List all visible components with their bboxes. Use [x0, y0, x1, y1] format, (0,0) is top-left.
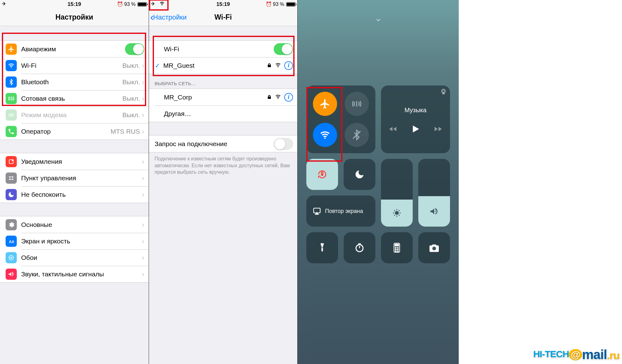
network-name: MR_Corp	[164, 94, 267, 101]
row-connected-network[interactable]: ✓ MR_Guest 🔒︎ i	[149, 57, 297, 74]
row-display[interactable]: AA Экран и яркость ›	[0, 233, 149, 249]
cc-wifi-button[interactable]	[313, 123, 337, 147]
cc-cellular-button[interactable]	[345, 92, 369, 116]
svg-point-14	[278, 98, 278, 99]
prev-track-icon[interactable]	[388, 125, 397, 135]
row-ask-to-join[interactable]: Запрос на подключение	[149, 136, 297, 152]
music-tile[interactable]: Музыка	[381, 85, 450, 153]
row-airplane[interactable]: Авиарежим	[0, 41, 149, 57]
page-title: Настройки	[55, 13, 93, 21]
back-button[interactable]: ‹Настройки	[150, 13, 187, 21]
row-wifi[interactable]: Wi-Fi Выкл. ›	[0, 57, 149, 74]
section-header: ВЫБРАТЬ СЕТЬ…	[149, 74, 297, 89]
chevron-right-icon: ›	[142, 61, 144, 70]
row-value: Выкл.	[122, 62, 140, 69]
orientation-lock-button[interactable]	[306, 159, 338, 190]
row-wifi-toggle[interactable]: Wi-Fi	[149, 41, 297, 57]
battery-icon	[137, 2, 147, 7]
watermark: HI-TECH@mail.ru	[533, 347, 620, 362]
row-other-network[interactable]: Другая…	[149, 105, 297, 122]
volume-slider[interactable]	[418, 159, 450, 227]
chevron-right-icon: ›	[142, 157, 144, 166]
timer-button[interactable]	[344, 232, 375, 263]
screen-mirroring-button[interactable]: Повтор экрана	[306, 196, 375, 227]
row-hotspot[interactable]: Режим модема Выкл. ›	[0, 107, 149, 123]
next-track-icon[interactable]	[434, 125, 443, 135]
row-label: Wi-Fi	[21, 62, 122, 69]
chevron-right-icon: ›	[142, 220, 144, 229]
play-icon[interactable]	[410, 124, 421, 136]
dnd-button[interactable]	[344, 159, 375, 190]
svg-rect-22	[322, 247, 323, 248]
svg-rect-7	[9, 178, 11, 180]
row-sounds[interactable]: Звуки, тактильные сигналы ›	[0, 266, 149, 282]
wifi-signal-icon	[275, 94, 281, 100]
phone-icon	[6, 126, 17, 137]
calculator-button[interactable]	[381, 232, 413, 263]
cc-bluetooth-button[interactable]	[345, 123, 369, 147]
info-icon[interactable]: i	[284, 61, 293, 70]
hotspot-icon	[6, 109, 17, 121]
row-label: Звуки, тактильные сигналы	[21, 270, 142, 278]
chevron-right-icon: ›	[142, 127, 144, 136]
camera-button[interactable]	[418, 232, 450, 263]
alarm-icon: ⏰	[266, 1, 272, 7]
row-dnd[interactable]: Не беспокоить ›	[0, 186, 149, 203]
row-value: Выкл.	[122, 111, 140, 119]
music-title: Музыка	[405, 107, 427, 114]
svg-point-32	[432, 247, 436, 250]
svg-rect-8	[12, 178, 13, 180]
row-cellular[interactable]: Сотовая связь Выкл. ›	[0, 90, 149, 107]
chevron-right-icon: ›	[142, 78, 144, 86]
nav-bar: Настройки	[0, 9, 149, 26]
chevron-right-icon: ›	[142, 237, 144, 246]
row-value: MTS RUS	[111, 128, 140, 135]
chevron-down-icon[interactable]: ⌄	[306, 12, 450, 23]
row-label: Оператор	[21, 128, 111, 135]
status-bar: ✈︎ 15:19 ⏰93 %	[0, 0, 149, 9]
svg-point-13	[278, 67, 278, 67]
row-label: Bluetooth	[21, 78, 122, 86]
page-title: Wi-Fi	[215, 13, 232, 21]
row-carrier[interactable]: Оператор MTS RUS ›	[0, 123, 149, 140]
status-bar: ✈︎ 15:19 ⏰93 %	[149, 0, 297, 9]
row-label: Обои	[21, 254, 142, 261]
row-wallpaper[interactable]: Обои ›	[0, 249, 149, 266]
notifications-icon	[6, 156, 17, 167]
cellular-icon	[6, 93, 17, 104]
row-label: Другая…	[164, 110, 297, 117]
svg-point-2	[11, 114, 13, 116]
chevron-right-icon: ›	[142, 174, 144, 182]
cc-airplane-button[interactable]	[313, 92, 337, 116]
mirror-label: Повтор экрана	[325, 208, 363, 214]
svg-point-27	[397, 247, 398, 248]
wifi-toggle[interactable]	[274, 43, 293, 55]
row-notifications[interactable]: Уведомления ›	[0, 153, 149, 170]
wifi-icon	[6, 60, 17, 71]
row-label: Экран и яркость	[21, 237, 142, 245]
row-value: Выкл.	[122, 78, 140, 86]
row-bluetooth[interactable]: Bluetooth Выкл. ›	[0, 74, 149, 90]
airplane-icon	[6, 44, 17, 55]
row-control-center[interactable]: Пункт управления ›	[0, 170, 149, 186]
chevron-right-icon: ›	[142, 111, 144, 119]
info-icon[interactable]: i	[284, 93, 293, 102]
wifi-screen: ✈︎ 15:19 ⏰93 % ‹Настройки Wi-Fi Wi-Fi ✓ …	[149, 0, 297, 364]
svg-point-29	[397, 249, 398, 250]
row-label: Уведомления	[21, 158, 142, 165]
battery-pct: 93 %	[124, 2, 136, 7]
chevron-right-icon: ›	[142, 190, 144, 199]
svg-rect-5	[9, 176, 11, 177]
svg-point-15	[324, 137, 326, 139]
airplane-toggle[interactable]	[125, 43, 144, 55]
screen-mirror-icon	[313, 207, 321, 215]
brightness-slider[interactable]	[381, 159, 413, 227]
flashlight-button[interactable]	[306, 232, 338, 263]
row-general[interactable]: Основные ›	[0, 216, 149, 233]
chevron-right-icon: ›	[142, 270, 144, 279]
row-network[interactable]: MR_Corp 🔒︎ i	[149, 89, 297, 105]
svg-point-26	[395, 247, 396, 248]
svg-rect-25	[395, 244, 398, 246]
ask-toggle[interactable]	[274, 138, 293, 150]
svg-point-11	[11, 257, 12, 258]
